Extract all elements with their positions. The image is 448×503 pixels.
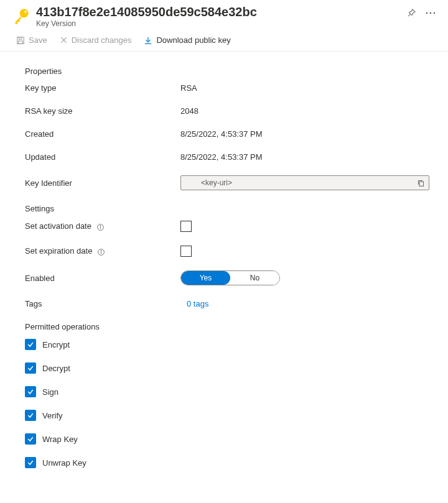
- operation-label: Encrypt: [42, 340, 70, 349]
- page-title: 413b17f8e2e14085950de59c584e32bc: [36, 5, 407, 19]
- operation-item[interactable]: Wrap Key: [25, 433, 431, 445]
- operation-item[interactable]: Encrypt: [25, 339, 431, 350]
- expiration-date-checkbox[interactable]: [180, 246, 192, 257]
- svg-point-16: [100, 225, 101, 226]
- key-identifier-field[interactable]: <key-uri>: [180, 175, 429, 190]
- key-identifier-value: <key-uri>: [201, 178, 417, 187]
- tags-label: Tags: [25, 299, 180, 308]
- operation-item[interactable]: Unwrap Key: [25, 457, 431, 468]
- download-icon: [144, 36, 152, 45]
- updated-value: 8/25/2022, 4:53:37 PM: [180, 152, 263, 162]
- svg-point-3: [426, 12, 428, 14]
- tags-link[interactable]: 0 tags: [187, 299, 208, 308]
- more-icon[interactable]: [426, 9, 436, 17]
- svg-point-19: [101, 250, 101, 251]
- svg-rect-7: [19, 37, 21, 39]
- page-subtitle: Key Version: [36, 19, 407, 28]
- toggle-no[interactable]: No: [230, 271, 279, 285]
- created-label: Created: [25, 129, 180, 139]
- checkbox-checked-icon[interactable]: [25, 362, 36, 374]
- settings-heading: Settings: [25, 204, 431, 213]
- rsa-key-size-value: 2048: [180, 106, 198, 116]
- download-public-key-button[interactable]: Download public key: [144, 35, 230, 45]
- svg-rect-8: [19, 40, 23, 43]
- checkbox-checked-icon[interactable]: [25, 410, 36, 421]
- operation-label: Wrap Key: [42, 435, 78, 444]
- checkbox-checked-icon[interactable]: [25, 386, 36, 397]
- permitted-operations-heading: Permitted operations: [25, 322, 431, 331]
- toggle-yes[interactable]: Yes: [181, 271, 230, 285]
- copy-icon[interactable]: [417, 179, 425, 187]
- checkbox-checked-icon[interactable]: [25, 457, 36, 468]
- save-icon: [16, 36, 25, 45]
- download-label: Download public key: [156, 35, 230, 45]
- enabled-toggle[interactable]: Yes No: [180, 270, 280, 285]
- save-label: Save: [29, 35, 47, 45]
- key-identifier-label: Key Identifier: [25, 178, 180, 188]
- operation-label: Unwrap Key: [42, 458, 86, 468]
- key-icon: [12, 7, 30, 25]
- key-type-value: RSA: [180, 83, 197, 93]
- expiration-date-text: Set expiration date: [25, 246, 92, 256]
- operation-label: Sign: [42, 387, 58, 397]
- discard-button[interactable]: Discard changes: [60, 35, 132, 45]
- enabled-label: Enabled: [25, 274, 180, 283]
- info-icon[interactable]: [97, 248, 105, 256]
- expiration-date-label: Set expiration date: [25, 246, 180, 256]
- pin-icon[interactable]: [407, 9, 416, 17]
- save-button[interactable]: Save: [16, 35, 47, 45]
- discard-label: Discard changes: [72, 35, 132, 45]
- activation-date-checkbox[interactable]: [180, 221, 192, 232]
- operation-item[interactable]: Decrypt: [25, 362, 431, 374]
- operation-label: Verify: [42, 411, 63, 420]
- svg-rect-13: [419, 182, 424, 186]
- created-value: 8/25/2022, 4:53:37 PM: [180, 129, 263, 139]
- svg-point-5: [434, 12, 436, 14]
- info-icon[interactable]: [96, 223, 105, 231]
- activation-date-text: Set activation date: [25, 221, 91, 231]
- updated-label: Updated: [25, 152, 180, 162]
- operation-label: Decrypt: [42, 364, 70, 373]
- checkbox-checked-icon[interactable]: [25, 433, 36, 445]
- properties-heading: Properties: [25, 67, 431, 76]
- svg-point-4: [430, 12, 432, 14]
- activation-date-label: Set activation date: [25, 221, 180, 231]
- svg-point-1: [24, 11, 27, 13]
- rsa-key-size-label: RSA key size: [25, 106, 180, 116]
- checkbox-checked-icon[interactable]: [25, 339, 36, 350]
- key-type-label: Key type: [25, 83, 180, 93]
- operation-item[interactable]: Sign: [25, 386, 431, 397]
- svg-line-2: [408, 14, 411, 16]
- discard-icon: [60, 36, 68, 44]
- operation-item[interactable]: Verify: [25, 410, 431, 421]
